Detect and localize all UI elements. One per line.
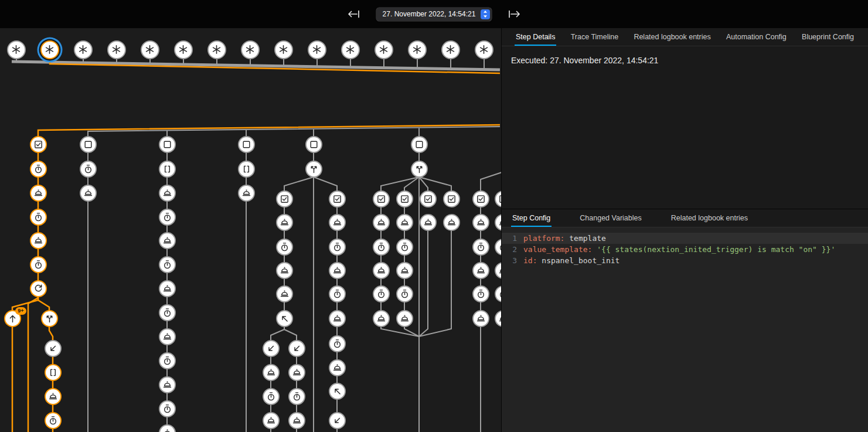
graph-node-bell[interactable] — [159, 424, 176, 432]
graph-node-brackets[interactable] — [159, 161, 176, 178]
graph-node-timer[interactable] — [159, 209, 176, 226]
graph-node-bell[interactable] — [159, 328, 176, 345]
graph-node-timer[interactable] — [495, 239, 502, 256]
graph-node-timer[interactable] — [30, 209, 47, 226]
graph-node-asterisk[interactable] — [141, 40, 159, 59]
graph-node-call-split[interactable] — [305, 161, 322, 178]
graph-node-timer[interactable] — [159, 400, 176, 417]
graph-node-bell[interactable] — [373, 310, 390, 327]
tab-automation-config[interactable]: Automation Config — [725, 28, 788, 46]
graph-node-timer[interactable] — [472, 239, 489, 256]
graph-node-bell[interactable] — [80, 185, 97, 202]
graph-node-bell[interactable] — [396, 214, 413, 231]
graph-node-bell[interactable] — [373, 262, 390, 279]
graph-node-asterisk[interactable] — [40, 40, 59, 59]
graph-node-call-split[interactable] — [411, 161, 428, 178]
graph-node-timer[interactable] — [396, 285, 413, 302]
graph-node-brackets[interactable] — [45, 364, 62, 381]
graph-node-checkbox[interactable] — [443, 191, 460, 208]
graph-node-call-split[interactable] — [41, 310, 58, 327]
graph-node-bell[interactable] — [472, 310, 489, 327]
tab-related-logbook-entries[interactable]: Related logbook entries — [670, 209, 749, 227]
graph-node-bell[interactable] — [276, 262, 293, 279]
graph-node-bell[interactable] — [238, 185, 255, 202]
graph-node-asterisk[interactable] — [74, 40, 93, 59]
graph-node-checkbox[interactable] — [329, 191, 346, 208]
graph-node-bell[interactable] — [495, 262, 502, 279]
graph-node-bell[interactable] — [159, 232, 176, 249]
graph-node-asterisk[interactable] — [441, 40, 460, 59]
graph-node-asterisk[interactable] — [274, 40, 293, 59]
graph-node-square[interactable] — [80, 136, 97, 153]
graph-node-asterisk[interactable] — [174, 40, 193, 59]
graph-node-square[interactable] — [305, 136, 322, 153]
tab-trace-timeline[interactable]: Trace Timeline — [570, 28, 620, 46]
graph-node-timer[interactable] — [159, 256, 176, 273]
graph-node-arrow-bl[interactable] — [263, 340, 280, 357]
graph-node-arrow-bl[interactable] — [288, 340, 305, 357]
graph-node-arrow-tl[interactable] — [276, 310, 293, 327]
graph-node-bell[interactable] — [443, 214, 460, 231]
graph-node-bell[interactable] — [159, 280, 176, 297]
graph-node-bell[interactable] — [159, 376, 176, 393]
graph-node-bell[interactable] — [263, 412, 280, 429]
graph-node-refresh[interactable] — [30, 280, 47, 297]
previous-run-button[interactable] — [346, 6, 362, 22]
graph-node-square[interactable] — [159, 136, 176, 153]
tab-related-logbook-entries[interactable]: Related logbook entries — [632, 28, 712, 46]
graph-node-bell[interactable] — [495, 214, 502, 231]
graph-node-checkbox[interactable] — [495, 191, 502, 208]
graph-node-timer[interactable] — [30, 161, 47, 178]
graph-node-timer[interactable] — [288, 388, 305, 405]
graph-node-timer[interactable] — [30, 256, 47, 273]
graph-node-bell[interactable] — [420, 214, 437, 231]
graph-node-timer[interactable] — [329, 285, 346, 302]
tab-blueprint-config[interactable]: Blueprint Config — [801, 28, 855, 46]
graph-node-square[interactable] — [411, 136, 428, 153]
graph-node-checkbox[interactable] — [276, 191, 293, 208]
graph-node-checkbox[interactable] — [30, 136, 47, 153]
run-selector[interactable]: 27. November 2022, 14:54:21 — [376, 8, 492, 21]
graph-node-bell[interactable] — [30, 185, 47, 202]
graph-node-timer[interactable] — [373, 285, 390, 302]
graph-node-bell[interactable] — [329, 262, 346, 279]
graph-node-bell[interactable] — [329, 359, 346, 376]
graph-node-timer[interactable] — [45, 412, 62, 429]
graph-node-bell[interactable] — [329, 214, 346, 231]
graph-node-timer[interactable] — [263, 388, 280, 405]
graph-node-arrow-bl[interactable] — [329, 412, 346, 429]
graph-node-bell[interactable] — [288, 412, 305, 429]
graph-node-bell[interactable] — [263, 364, 280, 381]
graph-node-timer[interactable] — [329, 335, 346, 352]
graph-node-checkbox[interactable] — [420, 191, 437, 208]
trace-graph[interactable]: 9+ — [0, 28, 501, 432]
next-run-button[interactable] — [506, 6, 522, 22]
graph-node-brackets[interactable] — [238, 161, 255, 178]
graph-node-bell[interactable] — [288, 364, 305, 381]
graph-node-arrow-bl[interactable] — [45, 340, 62, 357]
graph-node-asterisk[interactable] — [375, 40, 393, 59]
graph-node-asterisk[interactable] — [107, 40, 126, 59]
graph-node-bell[interactable] — [159, 185, 176, 202]
graph-node-timer[interactable] — [276, 239, 293, 256]
graph-node-bell[interactable] — [276, 214, 293, 231]
graph-node-asterisk[interactable] — [408, 40, 427, 59]
graph-node-asterisk[interactable] — [308, 40, 326, 59]
graph-node-asterisk[interactable] — [241, 40, 260, 59]
graph-node-timer[interactable] — [396, 239, 413, 256]
graph-node-timer[interactable] — [80, 161, 97, 178]
graph-node-bell[interactable] — [276, 285, 293, 302]
graph-node-asterisk[interactable] — [475, 40, 493, 59]
graph-node-timer[interactable] — [373, 239, 390, 256]
graph-node-checkbox[interactable] — [396, 191, 413, 208]
graph-node-bell[interactable] — [373, 214, 390, 231]
graph-node-timer[interactable] — [159, 352, 176, 369]
graph-node-bell[interactable] — [495, 310, 502, 327]
graph-node-checkbox[interactable] — [472, 191, 489, 208]
graph-node-asterisk[interactable] — [207, 40, 226, 59]
graph-node-asterisk[interactable] — [7, 40, 26, 59]
graph-node-arrow-up[interactable]: 9+ — [4, 310, 21, 327]
graph-node-bell[interactable] — [329, 310, 346, 327]
graph-node-bell[interactable] — [396, 262, 413, 279]
graph-node-checkbox[interactable] — [373, 191, 390, 208]
